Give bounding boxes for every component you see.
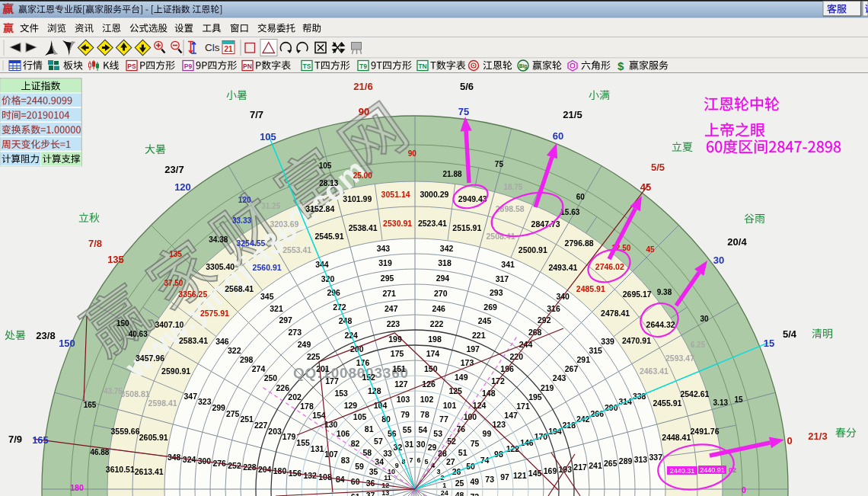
svg-text:317: 317 xyxy=(496,274,509,283)
svg-text:0: 0 xyxy=(787,435,792,446)
svg-text:225: 225 xyxy=(307,352,321,361)
svg-text:198: 198 xyxy=(428,334,442,344)
svg-text:83: 83 xyxy=(341,456,350,465)
svg-text:53: 53 xyxy=(433,429,442,438)
svg-text:227: 227 xyxy=(254,421,268,430)
svg-text:322: 322 xyxy=(228,346,241,355)
svg-text:3: 3 xyxy=(436,468,440,475)
svg-text:120: 120 xyxy=(238,196,251,204)
svg-text:61: 61 xyxy=(351,492,360,496)
svg-text:321: 321 xyxy=(270,304,283,313)
svg-text:313: 313 xyxy=(634,455,648,464)
svg-text:347: 347 xyxy=(184,392,198,401)
svg-text:79: 79 xyxy=(400,410,410,419)
svg-text:75: 75 xyxy=(458,106,469,117)
svg-text:291: 291 xyxy=(577,355,591,364)
svg-text:2470.91: 2470.91 xyxy=(622,336,651,345)
svg-text:T9: T9 xyxy=(359,62,367,70)
svg-text:165: 165 xyxy=(32,434,49,446)
svg-text:131: 131 xyxy=(311,444,324,453)
svg-text:54: 54 xyxy=(418,425,427,434)
svg-text:60: 60 xyxy=(553,130,563,142)
svg-text:5: 5 xyxy=(424,458,428,466)
svg-text:120: 120 xyxy=(174,181,191,193)
svg-text:223: 223 xyxy=(387,319,400,328)
svg-text:3508.81: 3508.81 xyxy=(121,389,150,398)
svg-text:273: 273 xyxy=(289,328,302,337)
svg-text:2598.41: 2598.41 xyxy=(148,398,177,408)
svg-text:341: 341 xyxy=(501,260,515,269)
svg-text:3559.66: 3559.66 xyxy=(111,427,140,436)
svg-text:2613.41: 2613.41 xyxy=(135,467,164,476)
svg-text:2695.17: 2695.17 xyxy=(623,290,652,299)
svg-text:21/3: 21/3 xyxy=(808,430,827,442)
svg-text:3254.55: 3254.55 xyxy=(236,238,265,248)
svg-text:153: 153 xyxy=(334,389,348,398)
svg-text:23/8: 23/8 xyxy=(36,330,55,341)
svg-text:2440.91: 2440.91 xyxy=(700,466,725,474)
svg-text:195: 195 xyxy=(528,392,542,402)
svg-text:2530.91: 2530.91 xyxy=(383,219,412,228)
svg-text:2493.41: 2493.41 xyxy=(548,263,577,272)
svg-text:2448.41: 2448.41 xyxy=(662,433,691,442)
svg-text:2590.91: 2590.91 xyxy=(161,366,190,376)
svg-text:150: 150 xyxy=(116,319,129,328)
svg-text:2500.91: 2500.91 xyxy=(519,245,547,254)
svg-text:15: 15 xyxy=(734,395,743,404)
svg-text:2746.02: 2746.02 xyxy=(595,262,624,271)
svg-text:173: 173 xyxy=(461,358,474,367)
svg-text:2542.61: 2542.61 xyxy=(680,389,709,398)
svg-text:243: 243 xyxy=(553,373,566,382)
svg-text:121: 121 xyxy=(513,471,527,480)
svg-text:7: 7 xyxy=(409,456,413,464)
svg-text:298: 298 xyxy=(240,355,254,364)
svg-text:75: 75 xyxy=(471,439,480,448)
svg-text:250: 250 xyxy=(264,373,278,382)
svg-text:105: 105 xyxy=(260,131,276,142)
svg-text:106: 106 xyxy=(337,429,350,438)
svg-text:129: 129 xyxy=(344,401,358,410)
svg-text:90: 90 xyxy=(359,106,369,117)
svg-text:175: 175 xyxy=(391,349,404,358)
svg-text:3356.25: 3356.25 xyxy=(178,290,207,299)
svg-text:150: 150 xyxy=(59,338,75,349)
svg-text:180: 180 xyxy=(70,483,84,492)
svg-text:135: 135 xyxy=(107,254,124,265)
svg-text:45: 45 xyxy=(640,181,651,193)
svg-text:343: 343 xyxy=(377,244,391,253)
svg-text:147: 147 xyxy=(504,411,518,420)
svg-text:37.50: 37.50 xyxy=(164,279,183,287)
svg-text:3305.40: 3305.40 xyxy=(206,262,235,271)
svg-text:217: 217 xyxy=(573,462,587,472)
svg-text:7/7: 7/7 xyxy=(250,109,263,120)
svg-text:3152.84: 3152.84 xyxy=(305,204,334,213)
svg-text:30: 30 xyxy=(416,440,426,449)
svg-text:245: 245 xyxy=(478,316,492,325)
svg-text:2898.58: 2898.58 xyxy=(496,204,525,213)
svg-text:275: 275 xyxy=(226,409,240,418)
svg-text:5/4: 5/4 xyxy=(783,328,797,340)
svg-text:145: 145 xyxy=(528,469,542,478)
svg-text:2515.91: 2515.91 xyxy=(452,223,481,232)
svg-text:77: 77 xyxy=(439,414,448,424)
svg-text:221: 221 xyxy=(472,331,486,340)
svg-text:2560.91: 2560.91 xyxy=(253,263,282,272)
svg-text:23/7: 23/7 xyxy=(164,164,183,175)
svg-text:219: 219 xyxy=(541,383,554,392)
svg-text:0: 0 xyxy=(742,485,746,494)
svg-text:24: 24 xyxy=(441,489,448,496)
svg-text:171: 171 xyxy=(516,402,530,411)
svg-text:339: 339 xyxy=(601,337,614,346)
svg-text:251: 251 xyxy=(240,414,254,424)
svg-text:15: 15 xyxy=(764,338,774,349)
svg-text:9: 9 xyxy=(395,462,399,469)
svg-text:265: 265 xyxy=(604,459,617,468)
svg-text:29: 29 xyxy=(428,443,437,452)
svg-text:269: 269 xyxy=(483,302,497,312)
svg-text:201: 201 xyxy=(316,364,330,373)
svg-text:2538.41: 2538.41 xyxy=(349,223,378,232)
svg-text:2455.91: 2455.91 xyxy=(653,398,681,408)
svg-text:345: 345 xyxy=(260,292,274,301)
svg-text:35: 35 xyxy=(369,467,378,476)
svg-text:107: 107 xyxy=(324,450,338,459)
